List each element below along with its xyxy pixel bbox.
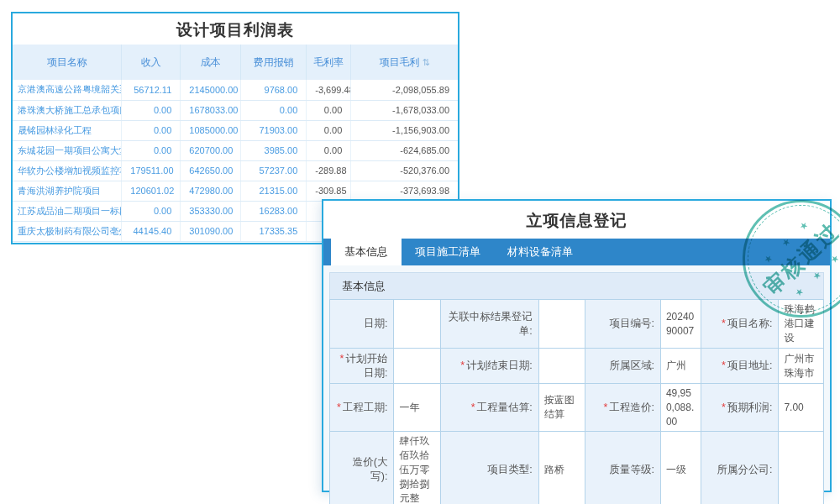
project-name-link[interactable]: 京港澳高速公路粤境韶关至	[13, 80, 122, 100]
expense-cell: 17335.35	[241, 221, 307, 241]
cost-cell: 472980.00	[181, 181, 241, 201]
profit-cell: -624,685.00	[351, 140, 458, 160]
column-header-income: 收入	[122, 45, 181, 80]
margin-cell: -3,699.48	[307, 80, 351, 100]
registration-panel: 立项信息登记 基本信息 项目施工清单 材料设备清单 基本信息 日期: 关联中标结…	[322, 199, 832, 492]
registration-title: 立项信息登记	[323, 201, 830, 239]
cost-cell: 301090.00	[181, 221, 241, 241]
cost-cell: 642650.00	[181, 160, 241, 181]
field-value-project-no[interactable]: 2024090007	[660, 300, 701, 349]
margin-cell: -309.85	[307, 181, 351, 201]
project-name-link[interactable]: 港珠澳大桥施工总承包项目	[13, 100, 122, 120]
field-value-date[interactable]	[394, 300, 440, 349]
cost-cell: 1085000.00	[181, 120, 241, 140]
income-cell: 120601.02	[122, 181, 181, 201]
field-value-duration[interactable]: 一年	[394, 384, 440, 432]
project-name-link[interactable]: 江苏成品油二期项目一标段	[13, 201, 122, 221]
field-label-branch-company: 所属分公司:	[701, 432, 779, 504]
profit-cell: -1,678,033.00	[351, 100, 458, 120]
project-name-link[interactable]: 华软办公楼增加视频监控项目	[13, 160, 122, 181]
cost-cell: 2145000.00	[181, 80, 241, 100]
margin-cell: 0.00	[307, 120, 351, 140]
required-mark: *	[337, 402, 341, 413]
profit-table-title: 设计项目利润表	[13, 13, 458, 45]
sort-icon[interactable]: ⇅	[423, 57, 430, 67]
field-label-duration: *工程工期:	[330, 384, 394, 432]
table-row: 东城花园一期项目公寓大堂 0.00 620700.00 3985.00 0.00…	[13, 140, 458, 160]
form-row: 造价(大写): 肆仟玖佰玖拾伍万零捌拾捌元整 项目类型: 路桥 质量等级: 一级…	[330, 432, 824, 504]
income-cell: 0.00	[122, 201, 181, 221]
field-label-plan-start: *计划开始日期:	[330, 349, 394, 384]
field-value-plan-end[interactable]	[538, 349, 585, 384]
field-label-project-name: *项目名称:	[701, 300, 779, 349]
table-row: 晟铭园林绿化工程 0.00 1085000.00 71903.00 0.00 -…	[13, 120, 458, 140]
table-row: 青海洪湖养护院项目 120601.02 472980.00 21315.00 -…	[13, 181, 458, 201]
profit-cell: -520,376.00	[351, 160, 458, 181]
column-header-expense: 费用报销	[241, 45, 307, 80]
field-value-expected-profit[interactable]: 7.00	[779, 384, 824, 432]
form-row: 日期: 关联中标结果登记单: 项目编号: 2024090007 *项目名称: 珠…	[330, 300, 824, 349]
income-cell: 56712.11	[122, 80, 181, 100]
project-name-link[interactable]: 青海洪湖养护院项目	[13, 181, 122, 201]
field-label-cost-in-words: 造价(大写):	[330, 432, 394, 504]
profit-table-header-row: 项目名称 收入 成本 费用报销 毛利率 项目毛利⇅	[13, 45, 458, 80]
profit-cell: -1,156,903.00	[351, 120, 458, 140]
field-value-project-name[interactable]: 珠海鹤港口建设	[779, 300, 824, 349]
income-cell: 0.00	[122, 120, 181, 140]
required-mark: *	[340, 353, 344, 365]
tab-material-list[interactable]: 材料设备清单	[494, 239, 586, 265]
field-value-branch-company[interactable]	[779, 432, 824, 504]
field-value-region[interactable]: 广州	[660, 349, 701, 384]
project-name-link[interactable]: 晟铭园林绿化工程	[13, 120, 122, 140]
required-mark: *	[471, 402, 475, 413]
table-row: 华软办公楼增加视频监控项目 179511.00 642650.00 57237.…	[13, 160, 458, 181]
field-label-quality-grade: 质量等级:	[585, 432, 660, 504]
expense-cell: 0.00	[241, 100, 307, 120]
margin-cell: -289.88	[307, 160, 351, 181]
column-header-profit[interactable]: 项目毛利⇅	[351, 45, 458, 80]
field-label-project-type: 项目类型:	[440, 432, 538, 504]
income-cell: 0.00	[122, 100, 181, 120]
expense-cell: 16283.00	[241, 201, 307, 221]
margin-cell: 0.00	[307, 100, 351, 120]
field-label-region: 所属区域:	[585, 349, 660, 384]
field-label-address: *项目地址:	[701, 349, 779, 384]
field-value-quantity-estimate[interactable]: 按蓝图结算	[538, 384, 585, 432]
income-cell: 0.00	[122, 140, 181, 160]
registration-form-table: 日期: 关联中标结果登记单: 项目编号: 2024090007 *项目名称: 珠…	[329, 299, 824, 504]
required-mark: *	[722, 318, 726, 329]
field-label-quantity-estimate: *工程量估算:	[440, 384, 538, 432]
field-label-date: 日期:	[330, 300, 394, 349]
project-name-link[interactable]: 重庆太极制药有限公司亳州	[13, 221, 122, 241]
tab-bar: 基本信息 项目施工清单 材料设备清单	[323, 239, 830, 265]
field-value-cost-in-words[interactable]: 肆仟玖佰玖拾伍万零捌拾捌元整	[394, 432, 440, 504]
expense-cell: 71903.00	[241, 120, 307, 140]
field-value-quality-grade[interactable]: 一级	[660, 432, 701, 504]
form-row: *计划开始日期: *计划结束日期: 所属区域: 广州 *项目地址: 广州市珠海市	[330, 349, 824, 384]
income-cell: 44145.40	[122, 221, 181, 241]
column-header-margin: 毛利率	[307, 45, 351, 80]
required-mark: *	[604, 402, 608, 413]
field-label-linked-bid: 关联中标结果登记单:	[440, 300, 538, 349]
cost-cell: 1678033.00	[181, 100, 241, 120]
expense-cell: 57237.00	[241, 160, 307, 181]
expense-cell: 3985.00	[241, 140, 307, 160]
field-value-project-cost[interactable]: 49,950,088.00	[660, 384, 701, 432]
field-value-project-type[interactable]: 路桥	[538, 432, 585, 504]
section-header: 基本信息	[329, 272, 824, 299]
field-value-plan-start[interactable]	[394, 349, 440, 384]
tab-basic-info[interactable]: 基本信息	[331, 239, 402, 265]
column-header-cost: 成本	[181, 45, 241, 80]
field-label-project-cost: *工程造价:	[585, 384, 660, 432]
margin-cell: 0.00	[307, 140, 351, 160]
tab-construction-list[interactable]: 项目施工清单	[402, 239, 494, 265]
form-row: *工程工期: 一年 *工程量估算: 按蓝图结算 *工程造价: 49,950,08…	[330, 384, 824, 432]
field-value-linked-bid[interactable]	[538, 300, 585, 349]
cost-cell: 620700.00	[181, 140, 241, 160]
field-label-project-no: 项目编号:	[585, 300, 660, 349]
table-row: 港珠澳大桥施工总承包项目 0.00 1678033.00 0.00 0.00 -…	[13, 100, 458, 120]
project-name-link[interactable]: 东城花园一期项目公寓大堂	[13, 140, 122, 160]
field-value-address[interactable]: 广州市珠海市	[779, 349, 824, 384]
expense-cell: 21315.00	[241, 181, 307, 201]
profit-cell: -373,693.98	[351, 181, 458, 201]
